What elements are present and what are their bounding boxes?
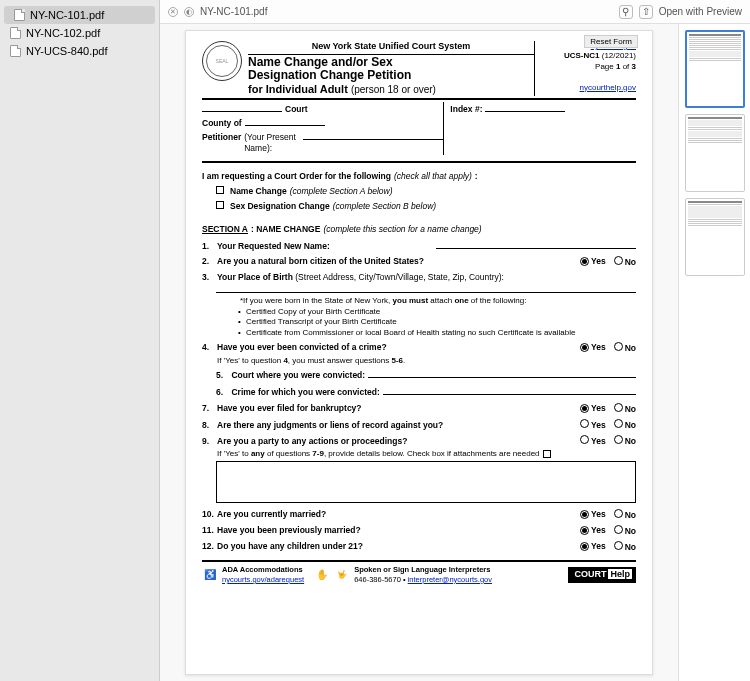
close-tab-icon[interactable]: ✕: [168, 7, 178, 17]
main-area: ✕ ◐ NY-NC-101.pdf ⚲ ⇧ Open with Preview …: [160, 0, 750, 681]
q4-no-radio[interactable]: [614, 342, 623, 351]
q9-attachments-checkbox[interactable]: [543, 450, 551, 458]
q11-no-radio[interactable]: [614, 525, 623, 534]
sex-designation-checkbox[interactable]: [216, 201, 224, 209]
interpreter-icon: ✋: [314, 567, 330, 583]
sidebar-file-1[interactable]: NY-NC-102.pdf: [0, 24, 159, 42]
new-name-field[interactable]: [436, 239, 636, 249]
q10-yes-radio[interactable]: [580, 510, 589, 519]
pdf-icon: [14, 9, 25, 21]
q2-no-radio[interactable]: [614, 256, 623, 265]
header-right: nycourts.gov UCS-NC1 (12/2021) Page 1 of…: [534, 41, 636, 96]
reset-form-button[interactable]: Reset Form: [584, 35, 638, 48]
q6-field[interactable]: [383, 385, 636, 395]
q2-yes-radio[interactable]: [580, 257, 589, 266]
birthplace-field[interactable]: [216, 285, 636, 293]
header-system: New York State Unified Court System: [248, 41, 534, 55]
q12-yes-radio[interactable]: [580, 542, 589, 551]
accessibility-icon: ♿: [202, 567, 218, 583]
sign-language-icon: 🤟: [334, 567, 350, 583]
pdf-icon: [10, 45, 21, 57]
pdf-viewer: Reset Form SEAL New York State Unified C…: [160, 24, 750, 681]
q4-yes-radio[interactable]: [580, 343, 589, 352]
court-seal-icon: SEAL: [202, 41, 242, 81]
thumbnail-strip: [678, 24, 750, 681]
name-change-checkbox[interactable]: [216, 186, 224, 194]
q8-yes-radio[interactable]: [580, 419, 589, 428]
q5-field[interactable]: [368, 368, 636, 378]
search-icon[interactable]: ⚲: [619, 5, 633, 19]
page-scroll[interactable]: Reset Form SEAL New York State Unified C…: [160, 24, 678, 681]
county-field[interactable]: [245, 116, 325, 126]
court-name-field[interactable]: [202, 102, 282, 112]
pdf-page-1: Reset Form SEAL New York State Unified C…: [185, 30, 653, 675]
thumbnail-page-1[interactable]: [685, 30, 745, 108]
share-icon[interactable]: ⇧: [639, 5, 653, 19]
q7-no-radio[interactable]: [614, 403, 623, 412]
q9-no-radio[interactable]: [614, 435, 623, 444]
nycourthelp-link[interactable]: nycourthelp.gov: [580, 83, 636, 92]
interpreter-link[interactable]: interpreter@nycourts.gov: [408, 575, 492, 584]
petitioner-name-field[interactable]: [303, 130, 443, 140]
topbar: ✕ ◐ NY-NC-101.pdf ⚲ ⇧ Open with Preview: [160, 0, 750, 24]
file-sidebar: NY-NC-101.pdf NY-NC-102.pdf NY-UCS-840.p…: [0, 0, 160, 681]
header-title: Name Change and/or Sex Designation Chang…: [248, 55, 534, 96]
form-footer: ♿ ADA Accommodationsnycourts.gov/adarequ…: [202, 560, 636, 585]
caption-block: Court County of Petitioner (Your Present…: [202, 100, 636, 163]
tab-filename: NY-NC-101.pdf: [200, 6, 267, 17]
thumbnail-page-3[interactable]: [685, 198, 745, 276]
tab-indicator-icon[interactable]: ◐: [184, 7, 194, 17]
q7-yes-radio[interactable]: [580, 404, 589, 413]
courthelp-badge: COURTHelp: [568, 567, 636, 583]
q9-details-textarea[interactable]: [216, 461, 636, 503]
q10-no-radio[interactable]: [614, 509, 623, 518]
sidebar-file-0[interactable]: NY-NC-101.pdf: [4, 6, 155, 24]
thumbnail-page-2[interactable]: [685, 114, 745, 192]
pdf-icon: [10, 27, 21, 39]
sidebar-file-2[interactable]: NY-UCS-840.pdf: [0, 42, 159, 60]
q12-no-radio[interactable]: [614, 541, 623, 550]
form-header: SEAL New York State Unified Court System…: [202, 41, 636, 100]
index-number-field[interactable]: [485, 102, 565, 112]
q8-no-radio[interactable]: [614, 419, 623, 428]
ada-link[interactable]: nycourts.gov/adarequest: [222, 575, 304, 584]
open-with-preview-link[interactable]: Open with Preview: [659, 6, 742, 17]
q11-yes-radio[interactable]: [580, 526, 589, 535]
q9-yes-radio[interactable]: [580, 435, 589, 444]
